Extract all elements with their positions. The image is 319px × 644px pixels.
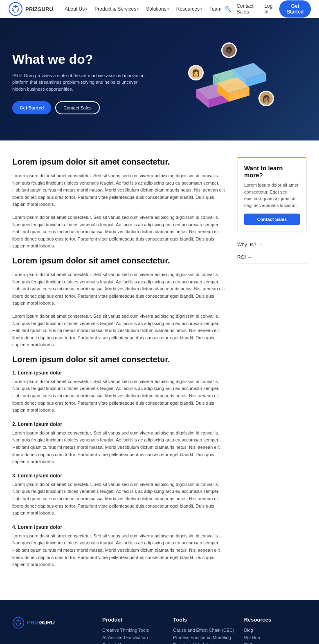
avatar-2: 👩: [188, 65, 204, 80]
numbered-item-4: 4. Lorem ipsum dolor Lorem ipsum dolor s…: [12, 524, 225, 568]
avatar-3: 👩🏽: [258, 91, 274, 106]
numbered-item-title-4: 4. Lorem ipsum dolor: [12, 524, 225, 530]
svg-point-0: [9, 2, 22, 16]
numbered-item-title-3: 3. Lorem ipsum dolor: [12, 473, 225, 479]
numbered-item-2: 2. Lorem ipsum dolor Lorem ipsum dolor s…: [12, 421, 225, 466]
footer-link[interactable]: Blog: [244, 628, 307, 633]
section-2: Lorem ipsum dolor sit amet consectetur. …: [12, 256, 225, 349]
numbered-item-para-4: Lorem ipsum dolor sit amet consectetur. …: [12, 533, 225, 568]
section-2-title: Lorem ipsum dolor sit amet consectetur.: [12, 256, 225, 265]
hero-visual: 👨🏿 👩 👩🏽: [151, 34, 307, 132]
navbar: PRIZGURU About Us ▾ Product & Services ▾…: [0, 0, 319, 18]
hero-buttons: Get Started Contact Sales: [12, 101, 151, 114]
avatar-1: 👨🏿: [221, 42, 237, 58]
footer: PRIZGURU ProductCreative Thinking ToolsA…: [0, 600, 319, 644]
nav-about-us[interactable]: About Us ▾: [61, 0, 90, 18]
footer-link[interactable]: FAQ: [244, 642, 307, 644]
section-1-para-2: Lorem ipsum dolor sit amet consectetur. …: [12, 214, 225, 250]
numbered-item-title-1: 1. Lorem ipsum dolor: [12, 370, 225, 376]
section-1-para-1: Lorem ipsum dolor sit amet consectetur. …: [12, 172, 225, 208]
arrow-right-icon: →: [258, 242, 263, 247]
section-1-title: Lorem ipsum dolor sit amet consectetur.: [12, 157, 225, 167]
numbered-list: 1. Lorem ipsum dolor Lorem ipsum dolor s…: [12, 370, 225, 568]
sidebar-card: Want to learn more? Lorem ipsum dolor si…: [237, 157, 307, 232]
footer-logo-text: PRIZGURU: [27, 619, 55, 626]
main-left: Lorem ipsum dolor sit amet consectetur. …: [12, 157, 225, 576]
svg-point-23: [20, 623, 21, 624]
sidebar-links: Why us?→ROI→: [237, 238, 307, 264]
svg-point-20: [13, 617, 24, 628]
chevron-down-icon: ▾: [137, 7, 139, 11]
footer-col-title: Product: [102, 617, 165, 623]
chevron-down-icon: ▾: [200, 7, 202, 11]
section-3-title: Lorem ipsum dolor sit amet consectetur.: [12, 354, 225, 364]
footer-logo-icon: [12, 617, 25, 629]
footer-col-tools: ToolsCause and Effect Chain (CEC)Process…: [173, 617, 236, 644]
svg-point-22: [18, 619, 20, 622]
footer-col-title: Tools: [173, 617, 236, 623]
chevron-down-icon: ▾: [85, 7, 87, 11]
footer-link[interactable]: Functional Modeling: [173, 642, 236, 644]
arrow-right-icon: →: [247, 254, 252, 260]
footer-link[interactable]: Creative Thinking Tools: [102, 628, 165, 633]
hero-contact-sales-button[interactable]: Contact Sales: [55, 101, 99, 114]
footer-link[interactable]: Process Functional Modeling: [173, 635, 236, 640]
nav-solutions[interactable]: Solutions ▾: [143, 0, 172, 18]
nav-resources[interactable]: Resources ▾: [173, 0, 205, 18]
logo[interactable]: PRIZGURU: [8, 2, 53, 16]
footer-link[interactable]: PrizHub: [244, 635, 307, 640]
navbar-actions: 🔍 Contact Sales Log In Get Started: [225, 0, 311, 18]
nav-team[interactable]: Team: [206, 0, 225, 18]
svg-point-4: [12, 9, 14, 11]
footer-top: PRIZGURU ProductCreative Thinking ToolsA…: [12, 617, 307, 644]
hero-content: What we do? PRIZ Guru provides a state-o…: [12, 52, 151, 115]
section-2-para-1: Lorem ipsum dolor sit amet consectetur. …: [12, 271, 225, 307]
svg-point-24: [16, 623, 17, 624]
search-icon[interactable]: 🔍: [225, 6, 231, 12]
logo-icon: [8, 2, 23, 16]
get-started-button[interactable]: Get Started: [279, 0, 311, 18]
sidebar-link-label: ROI: [237, 254, 246, 260]
numbered-item-para-1: Lorem ipsum dolor sit amet consectetur. …: [12, 378, 225, 414]
nav-product-services[interactable]: Product & Services ▾: [91, 0, 142, 18]
section-1: Lorem ipsum dolor sit amet consectetur. …: [12, 157, 225, 250]
hero-title: What we do?: [12, 52, 151, 67]
numbered-item-title-2: 2. Lorem ipsum dolor: [12, 421, 225, 427]
numbered-item-3: 3. Lorem ipsum dolor Lorem ipsum dolor s…: [12, 473, 225, 517]
section-3: Lorem ipsum dolor sit amet consectetur. …: [12, 354, 225, 568]
svg-point-3: [17, 9, 19, 11]
svg-point-2: [14, 5, 17, 8]
footer-link[interactable]: Project Management: [102, 642, 165, 644]
section-2-para-2: Lorem ipsum dolor sit amet consectetur. …: [12, 313, 225, 349]
chevron-down-icon: ▾: [167, 7, 169, 11]
footer-col-product: ProductCreative Thinking ToolsAI-Assiste…: [102, 617, 165, 644]
numbered-item-para-2: Lorem ipsum dolor sit amet consectetur. …: [12, 430, 225, 466]
sidebar-link-label: Why us?: [237, 242, 256, 247]
sidebar-contact-button[interactable]: Contact Sales: [244, 214, 300, 225]
sidebar-card-title: Want to learn more?: [244, 165, 300, 178]
login-link[interactable]: Log In: [264, 3, 274, 15]
hero-section: What we do? PRIZ Guru provides a state-o…: [0, 18, 319, 140]
sidebar-card-text: Lorem ipsum dolor sit amet consectetur. …: [244, 182, 300, 209]
sidebar: Want to learn more? Lorem ipsum dolor si…: [237, 157, 307, 576]
footer-logo-col: PRIZGURU: [12, 617, 94, 644]
navbar-nav: About Us ▾ Product & Services ▾ Solution…: [61, 0, 225, 18]
footer-columns: ProductCreative Thinking ToolsAI-Assiste…: [102, 617, 307, 644]
hero-description: PRIZ Guru provides a state-of-the-art ma…: [12, 72, 151, 93]
numbered-item-para-3: Lorem ipsum dolor sit amet consectetur. …: [12, 481, 225, 517]
footer-link[interactable]: AI-Assisted Facilitation: [102, 635, 165, 640]
contact-sales-link[interactable]: Contact Sales: [236, 3, 259, 15]
main-content: Lorem ipsum dolor sit amet consectetur. …: [0, 140, 319, 592]
numbered-item-1: 1. Lorem ipsum dolor Lorem ipsum dolor s…: [12, 370, 225, 414]
logo-text: PRIZGURU: [25, 6, 53, 12]
sidebar-link-1[interactable]: ROI→: [237, 251, 307, 264]
footer-col-title: Resources: [244, 617, 307, 623]
puzzle-illustration: 👨🏿 👩 👩🏽: [184, 42, 274, 124]
footer-link[interactable]: Cause and Effect Chain (CEC): [173, 628, 236, 633]
sidebar-link-0[interactable]: Why us?→: [237, 238, 307, 251]
hero-get-started-button[interactable]: Get Started: [12, 101, 51, 114]
footer-col-resources: ResourcesBlogPrizHubFAQContact UsPrivacy…: [244, 617, 307, 644]
